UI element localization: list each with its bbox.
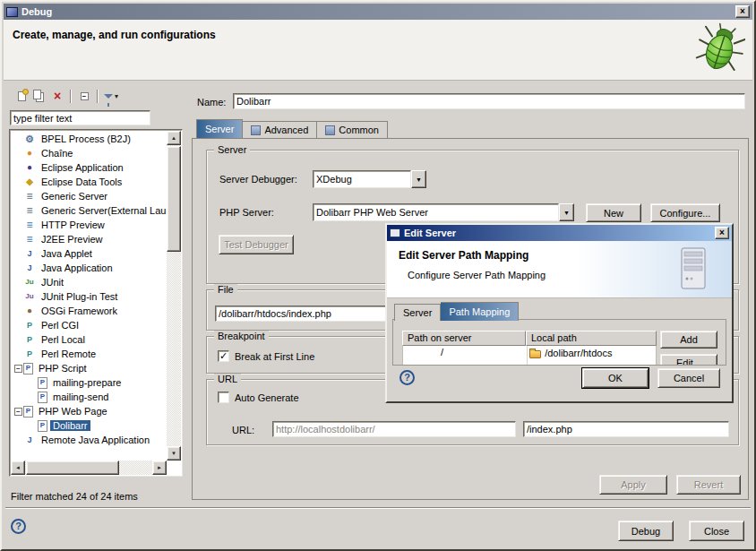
configure-button[interactable]: Configure... <box>650 203 720 222</box>
tab-label: Path Mapping <box>449 306 510 317</box>
tab-server[interactable]: Server <box>196 119 243 138</box>
collapse-toggle[interactable]: − <box>13 408 23 416</box>
close-button[interactable]: Close <box>689 521 744 541</box>
server-debugger-select[interactable]: XDebug ▼ <box>313 170 426 188</box>
php-server-select[interactable]: Dolibarr PHP Web Server ▼ <box>313 203 574 221</box>
dialog-banner: Edit Server Path Mapping Configure Serve… <box>387 241 732 298</box>
dialog-close-button[interactable]: × <box>715 227 729 239</box>
tree-item-perl-cgi[interactable]: PPerl CGI <box>12 318 168 332</box>
tree-item-junit[interactable]: JuJUnit <box>12 275 168 289</box>
collapse-all-icon: − <box>81 92 89 100</box>
scroll-right-arrow[interactable]: ► <box>152 461 167 475</box>
tree-item-label: PHP Web Page <box>36 406 110 417</box>
scroll-left-arrow[interactable]: ◄ <box>11 461 25 475</box>
tree-item-dolibarr[interactable]: PDolibarr <box>12 418 168 433</box>
php-server-label: PHP Server: <box>219 207 274 218</box>
ok-button[interactable]: OK <box>582 368 649 388</box>
tree-item-osgi-framework[interactable]: ●OSGi Framework <box>12 304 168 318</box>
auto-generate-checkbox[interactable] <box>218 392 229 403</box>
add-button[interactable]: Add <box>660 331 717 349</box>
tree-item-perl-remote[interactable]: PPerl Remote <box>12 347 168 361</box>
tree-item-j2ee-preview[interactable]: ≡J2EE Preview <box>12 232 168 246</box>
bpel-process-icon: ⚙ <box>23 133 36 145</box>
dialog-help-button[interactable]: ? <box>399 370 415 385</box>
collapse-toggle[interactable]: − <box>13 365 23 373</box>
collapse-all-button[interactable]: − <box>75 87 93 105</box>
cancel-button[interactable]: Cancel <box>657 368 720 388</box>
apply-button[interactable]: Apply <box>599 475 667 495</box>
horizontal-scroll-thumb[interactable] <box>26 461 119 475</box>
dialog-heading: Edit Server Path Mapping <box>399 249 528 262</box>
filter-input[interactable] <box>10 110 150 125</box>
perl-icon: P <box>23 320 36 331</box>
tab-advanced[interactable]: Advanced <box>243 121 317 138</box>
junit-plugin-icon: Ju <box>23 291 36 303</box>
help-button[interactable]: ? <box>11 519 26 534</box>
filter-button[interactable]: ▾ <box>102 87 120 105</box>
column-header-path-on-server[interactable]: Path on server <box>402 331 526 346</box>
local-path-cell: /dolibarr/htdocs <box>526 346 656 360</box>
config-toolbar: × − ▾ <box>9 84 183 108</box>
tree-item-label: JUnit Plug-in Test <box>39 291 120 302</box>
url-path-input[interactable] <box>523 421 729 437</box>
minus-icon: − <box>14 365 22 373</box>
toolbar-separator <box>70 90 72 103</box>
server-icon: ≡ <box>23 191 36 202</box>
tree-item-generic-server-external[interactable]: ≡Generic Server(External Laun <box>12 203 168 218</box>
tree-item-eclipse-data-tools[interactable]: ◆Eclipse Data Tools <box>12 175 168 189</box>
tab-path-mapping[interactable]: Path Mapping <box>441 302 519 321</box>
tree-item-generic-server[interactable]: ≡Generic Server <box>12 189 168 203</box>
name-input[interactable] <box>233 93 745 109</box>
tree-vertical-scrollbar[interactable]: ▲ ▼ <box>167 131 181 461</box>
revert-button[interactable]: Revert <box>676 475 741 495</box>
common-tab-icon <box>325 125 335 135</box>
tree-item-perl-local[interactable]: PPerl Local <box>12 332 168 347</box>
scroll-down-arrow[interactable]: ▼ <box>167 446 181 461</box>
tree-horizontal-scrollbar[interactable]: ◄ ► <box>11 461 167 475</box>
window-close-button[interactable]: × <box>735 5 750 18</box>
footer-separator <box>5 507 751 509</box>
osgi-icon: ● <box>23 306 36 317</box>
path-mapping-row[interactable]: //dolibarr/htdocs <box>403 346 656 360</box>
preview-server-icon: ≡ <box>23 234 36 245</box>
new-config-button[interactable] <box>13 87 30 105</box>
tree-item-java-applet[interactable]: JJava Applet <box>12 246 168 261</box>
file-group-label: File <box>214 284 237 295</box>
duplicate-config-button[interactable] <box>30 87 48 105</box>
debug-button[interactable]: Debug <box>618 521 674 541</box>
tab-server-settings[interactable]: Server <box>394 304 441 321</box>
chevron-down-icon: ▾ <box>115 92 118 100</box>
tree-item-remote-java-application[interactable]: JRemote Java Application <box>12 433 168 447</box>
delete-config-button[interactable]: × <box>48 87 66 105</box>
column-header-local-path[interactable]: Local path <box>526 331 657 346</box>
chevron-down-icon[interactable]: ▼ <box>559 203 574 221</box>
dialog-subheading: Configure Server Path Mapping <box>408 270 546 280</box>
new-server-button[interactable]: New <box>586 203 641 222</box>
tree-item-bpel-process[interactable]: ⚙BPEL Process (B2J) <box>12 132 168 146</box>
scroll-up-arrow[interactable]: ▲ <box>167 131 181 145</box>
vertical-scroll-thumb[interactable] <box>167 146 181 252</box>
filter-icon <box>104 94 113 99</box>
tree-item-eclipse-application[interactable]: ●Eclipse Application <box>12 160 168 175</box>
tree-item-mailing-send[interactable]: Pmailing-send <box>12 390 168 404</box>
tree-item-junit-plugin-test[interactable]: JuJUnit Plug-in Test <box>12 289 168 304</box>
tree-item-label: Dolibarr <box>50 420 90 431</box>
tree-item-http-preview[interactable]: ≡HTTP Preview <box>12 218 168 232</box>
edit-button[interactable]: Edit... <box>660 354 717 366</box>
tree-item-label: Java Application <box>39 263 116 273</box>
tree-item-php-script[interactable]: −PPHP Script <box>12 361 168 375</box>
break-at-first-line-checkbox[interactable] <box>218 350 229 362</box>
tree-item-java-application[interactable]: JJava Application <box>12 261 168 275</box>
tab-common[interactable]: Common <box>317 121 388 138</box>
chevron-down-icon[interactable]: ▼ <box>411 170 426 188</box>
page-title: Create, manage, and run configurations <box>13 29 216 41</box>
php-script-icon: P <box>23 363 33 375</box>
test-debugger-button[interactable]: Test Debugger <box>219 235 294 254</box>
chain-icon: ● <box>23 148 36 159</box>
perl-icon: P <box>23 334 36 346</box>
server-debugger-value: XDebug <box>313 170 411 188</box>
tree-item-chaine[interactable]: ●Chaîne <box>12 146 168 160</box>
tree-item-mailing-prepare[interactable]: Pmailing-prepare <box>12 375 168 390</box>
remote-java-icon: J <box>23 435 36 446</box>
tree-item-php-web-page[interactable]: −PPHP Web Page <box>12 404 168 418</box>
